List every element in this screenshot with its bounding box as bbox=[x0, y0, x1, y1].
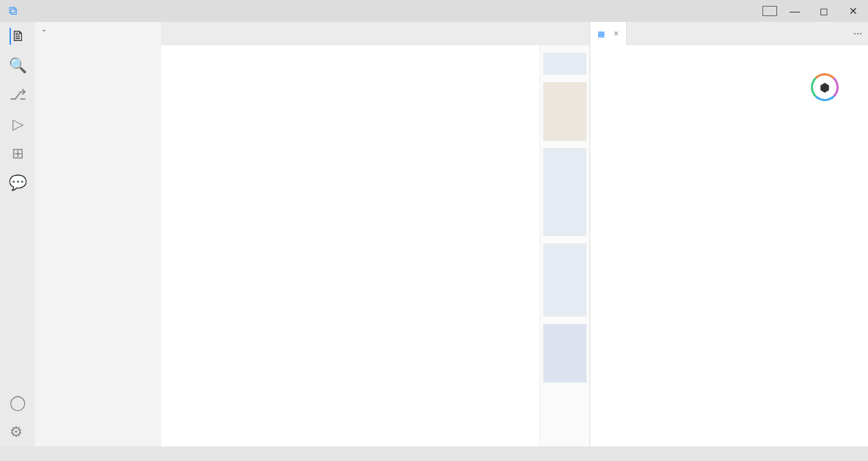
scm-icon[interactable]: ⎇ bbox=[10, 86, 26, 103]
assistant-logo-icon[interactable]: ⬢ bbox=[811, 73, 839, 101]
activity-bar: 🗎 🔍 ⎇ ▷ ⊞ 💬 ◯ ⚙ bbox=[0, 22, 35, 446]
minimize-icon[interactable]: — bbox=[780, 5, 809, 17]
menu-bar bbox=[25, 8, 129, 14]
sidebar: ⌄ bbox=[35, 22, 161, 446]
search-icon[interactable]: 🔍 bbox=[9, 56, 27, 74]
close-icon[interactable]: × bbox=[614, 29, 619, 39]
layout-icons[interactable] bbox=[762, 6, 777, 16]
statusbar bbox=[0, 446, 868, 461]
close-icon[interactable]: ✕ bbox=[839, 5, 868, 17]
gear-icon[interactable]: ⚙ bbox=[10, 423, 26, 440]
explorer-icon[interactable]: 🗎 bbox=[10, 28, 26, 45]
more-icon[interactable]: ⋯ bbox=[853, 29, 862, 39]
code-editor[interactable] bbox=[161, 45, 589, 446]
line-gutter bbox=[161, 45, 194, 446]
chevron-down-icon[interactable]: ⌄ bbox=[41, 25, 47, 33]
menu-view[interactable] bbox=[65, 8, 76, 14]
feedback-icon[interactable]: 💬 bbox=[9, 174, 27, 191]
vscode-icon: ⧉ bbox=[0, 4, 25, 18]
menu-select[interactable] bbox=[51, 8, 63, 14]
preview-body[interactable] bbox=[590, 45, 868, 446]
menu-help[interactable] bbox=[117, 8, 129, 14]
sidebar-header: ⌄ bbox=[35, 22, 161, 36]
menu-terminal[interactable] bbox=[104, 8, 116, 14]
editor-tabs bbox=[161, 22, 589, 45]
debug-icon[interactable]: ▷ bbox=[12, 115, 23, 133]
menu-run[interactable] bbox=[91, 8, 103, 14]
menu-file[interactable] bbox=[25, 8, 37, 14]
maximize-icon[interactable]: ◻ bbox=[809, 5, 839, 17]
file-tree bbox=[35, 36, 161, 39]
extensions-icon[interactable]: ⊞ bbox=[12, 144, 24, 162]
preview-tab[interactable]: ▦ × bbox=[590, 22, 627, 45]
menu-edit[interactable] bbox=[38, 8, 50, 14]
titlebar: ⧉ — ◻ ✕ bbox=[0, 0, 868, 22]
markdown-icon: ▦ bbox=[597, 29, 605, 39]
code-content[interactable] bbox=[194, 45, 540, 446]
account-icon[interactable]: ◯ bbox=[10, 394, 26, 411]
menu-goto[interactable] bbox=[78, 8, 89, 14]
minimap[interactable] bbox=[540, 45, 589, 446]
